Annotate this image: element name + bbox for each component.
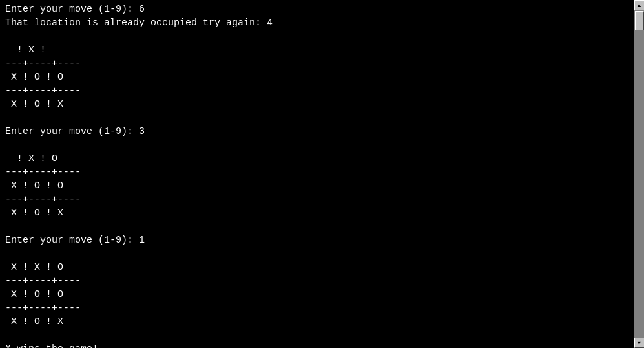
scroll-down-button[interactable]: ▼ — [634, 338, 645, 348]
scrollbar[interactable]: ▲ ▼ — [634, 0, 644, 348]
terminal-output: Enter your move (1-9): 6 That location i… — [0, 0, 634, 348]
scrollbar-thumb[interactable] — [635, 11, 644, 30]
scroll-up-button[interactable]: ▲ — [634, 0, 645, 10]
scrollbar-track[interactable] — [634, 10, 645, 338]
